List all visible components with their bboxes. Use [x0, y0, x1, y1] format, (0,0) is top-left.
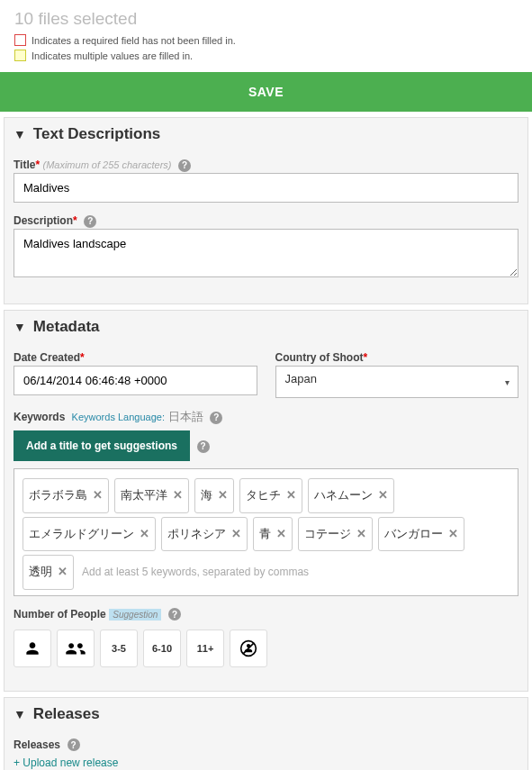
- keywords-tagbox[interactable]: ボラボラ島✕南太平洋✕海✕タヒチ✕ハネムーン✕エメラルドグリーン✕ポリネシア✕青…: [14, 468, 518, 596]
- people-icon: [64, 639, 87, 657]
- releases-label: Releases: [14, 738, 60, 751]
- keyword-tag: タヒチ✕: [239, 478, 302, 513]
- remove-tag-icon[interactable]: ✕: [378, 483, 388, 509]
- legend-multi-box: [14, 50, 26, 61]
- number-of-people-label: Number of People: [14, 608, 106, 621]
- legend-multi-text: Indicates multiple values are filled in.: [32, 50, 193, 61]
- section-title-releases: Releases: [33, 705, 100, 723]
- section-header-metadata[interactable]: ▼ Metadata: [5, 311, 527, 343]
- section-header-releases[interactable]: ▼ Releases: [5, 698, 527, 730]
- keywords-language-value: 日本語: [168, 410, 203, 423]
- people-option-11plus[interactable]: 11+: [186, 630, 224, 667]
- section-header-text-descriptions[interactable]: ▼ Text Descriptions: [5, 118, 527, 150]
- keyword-tag: ハネムーン✕: [308, 478, 394, 513]
- remove-tag-icon[interactable]: ✕: [286, 483, 296, 509]
- remove-tag-icon[interactable]: ✕: [140, 521, 149, 548]
- country-select[interactable]: Japan: [275, 366, 519, 398]
- title-label: Title* (Maximum of 255 characters): [14, 159, 172, 171]
- save-button[interactable]: SAVE: [0, 72, 532, 112]
- remove-tag-icon[interactable]: ✕: [58, 559, 68, 585]
- legend-required: Indicates a required field has not been …: [14, 34, 518, 46]
- help-icon[interactable]: ?: [197, 440, 210, 453]
- title-input[interactable]: [14, 173, 518, 203]
- keywords-placeholder[interactable]: Add at least 5 keywords, separated by co…: [77, 566, 309, 578]
- legend-required-box: [14, 34, 26, 46]
- people-option-3-5[interactable]: 3-5: [100, 630, 138, 667]
- remove-tag-icon[interactable]: ✕: [93, 483, 103, 509]
- keyword-tag: エメラルドグリーン✕: [23, 517, 156, 552]
- chevron-down-icon: ▼: [14, 127, 26, 141]
- upload-release-link[interactable]: + Upload new release: [14, 756, 118, 769]
- keyword-tag: 海✕: [194, 478, 234, 513]
- keyword-suggestions-button[interactable]: Add a title to get suggestions: [14, 430, 190, 461]
- description-label: Description*: [14, 214, 77, 227]
- country-label: Country of Shoot*: [275, 351, 368, 364]
- keyword-tag: ボラボラ島✕: [23, 478, 109, 513]
- remove-tag-icon[interactable]: ✕: [173, 483, 183, 509]
- people-option-6-10[interactable]: 6-10: [143, 630, 181, 667]
- chevron-down-icon: ▼: [14, 707, 26, 721]
- date-created-input[interactable]: [14, 366, 257, 395]
- title-hint: (Maximum of 255 characters): [42, 159, 171, 170]
- remove-tag-icon[interactable]: ✕: [448, 521, 458, 548]
- help-icon[interactable]: ?: [68, 738, 80, 751]
- person-icon: [23, 639, 41, 657]
- keyword-tag: バンガロー✕: [378, 517, 464, 552]
- people-option-1[interactable]: [14, 630, 51, 667]
- legend-multi: Indicates multiple values are filled in.: [14, 50, 518, 61]
- remove-tag-icon[interactable]: ✕: [231, 521, 241, 548]
- keyword-tag: 透明✕: [23, 555, 74, 590]
- description-input[interactable]: Maldives landscape: [14, 229, 518, 277]
- section-title-metadata: Metadata: [33, 318, 100, 336]
- files-selected-text: 10 files selected: [14, 9, 518, 29]
- people-option-none[interactable]: [230, 630, 267, 667]
- help-icon[interactable]: ?: [178, 159, 191, 172]
- remove-tag-icon[interactable]: ✕: [276, 521, 286, 548]
- legend-required-text: Indicates a required field has not been …: [32, 35, 236, 46]
- chevron-down-icon: ▼: [14, 320, 26, 334]
- remove-tag-icon[interactable]: ✕: [218, 483, 228, 509]
- keyword-tag: 青✕: [253, 517, 293, 552]
- suggestion-badge: Suggestion: [109, 609, 161, 621]
- keyword-tag: 南太平洋✕: [114, 478, 189, 513]
- date-created-label: Date Created*: [14, 351, 85, 364]
- keywords-label: Keywords: [14, 411, 65, 423]
- keyword-tag: コテージ✕: [298, 517, 373, 552]
- no-person-icon: [239, 639, 257, 657]
- help-icon[interactable]: ?: [168, 608, 181, 621]
- section-title-text-descriptions: Text Descriptions: [33, 125, 160, 143]
- help-icon[interactable]: ?: [210, 412, 222, 424]
- keyword-tag: ポリネシア✕: [161, 517, 248, 552]
- remove-tag-icon[interactable]: ✕: [356, 521, 366, 548]
- help-icon[interactable]: ?: [84, 215, 96, 228]
- people-option-2[interactable]: [57, 630, 95, 667]
- keywords-language-label: Keywords Language:: [72, 412, 165, 422]
